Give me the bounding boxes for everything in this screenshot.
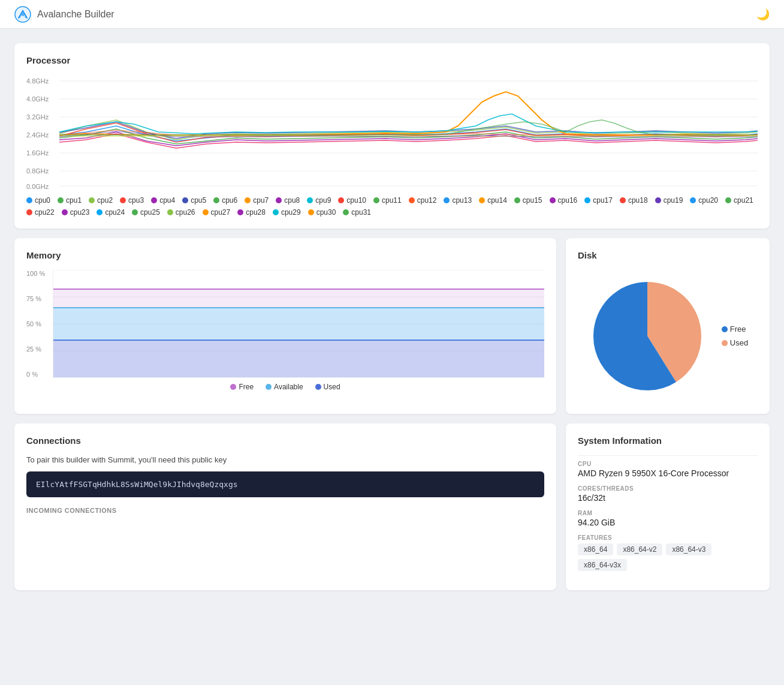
cpu8-label: cpu8 bbox=[284, 196, 300, 205]
legend-item-cpu2: cpu2 bbox=[89, 196, 113, 205]
svg-text:1.6GHz: 1.6GHz bbox=[26, 149, 49, 157]
cpu19-label: cpu19 bbox=[664, 196, 683, 205]
feature-badge-x86_64-v3: x86_64-v3 bbox=[666, 543, 711, 555]
cpu27-dot bbox=[203, 209, 209, 215]
main-content: Processor 4.8GHz 4.0GHz 3.2GHz 2.4GHz 1.… bbox=[0, 29, 784, 605]
app-title: Avalanche Builder bbox=[37, 9, 114, 20]
disk-used-dot bbox=[722, 340, 728, 346]
connections-sysinfo-row: Connections To pair this builder with Su… bbox=[14, 423, 770, 590]
cpu10-label: cpu10 bbox=[346, 196, 366, 205]
cpu3-label: cpu3 bbox=[128, 196, 144, 205]
cpu-row: CPU AMD Ryzen 9 5950X 16-Core Processor bbox=[578, 461, 758, 478]
header-left: Avalanche Builder bbox=[14, 6, 114, 23]
processor-card: Processor 4.8GHz 4.0GHz 3.2GHz 2.4GHz 1.… bbox=[14, 43, 770, 229]
cpu12-dot bbox=[409, 197, 415, 203]
features-row: FEATURES x86_64x86_64-v2x86_64-v3x86_64-… bbox=[578, 534, 758, 571]
disk-used-label: Used bbox=[730, 338, 748, 347]
memory-title: Memory bbox=[26, 250, 544, 260]
cpu1-label: cpu1 bbox=[66, 196, 82, 205]
memory-disk-row: Memory 100 % 75 % 50 % 25 % 0 % bbox=[14, 238, 770, 414]
app-logo bbox=[14, 6, 31, 23]
legend-item-cpu21: cpu21 bbox=[725, 196, 753, 205]
public-key-box: EIlcYAtfFSGTqHdhkL8SsWiMQel9kJIhdvq8eQzq… bbox=[26, 471, 544, 497]
disk-pie-chart bbox=[587, 276, 707, 396]
cpu29-label: cpu29 bbox=[281, 208, 301, 217]
cpu16-label: cpu16 bbox=[558, 196, 578, 205]
cpu0-label: cpu0 bbox=[35, 196, 50, 205]
svg-rect-23 bbox=[53, 340, 544, 378]
features-label: FEATURES bbox=[578, 534, 758, 541]
disk-legend: Free Used bbox=[722, 325, 748, 347]
legend-item-cpu1: cpu1 bbox=[58, 196, 82, 205]
cpu2-dot bbox=[89, 197, 95, 203]
cpu6-label: cpu6 bbox=[222, 196, 237, 205]
svg-text:0.8GHz: 0.8GHz bbox=[26, 167, 49, 175]
cpu4-label: cpu4 bbox=[159, 196, 175, 205]
free-dot bbox=[230, 384, 236, 390]
cpu25-label: cpu25 bbox=[140, 208, 160, 217]
cpu28-label: cpu28 bbox=[246, 208, 266, 217]
cpu25-dot bbox=[132, 209, 138, 215]
used-label: Used bbox=[324, 383, 340, 391]
disk-free-dot bbox=[722, 326, 728, 332]
legend-item-cpu23: cpu23 bbox=[62, 208, 90, 217]
cpu16-dot bbox=[550, 197, 556, 203]
cpu5-label: cpu5 bbox=[191, 196, 206, 205]
cpu26-dot bbox=[167, 209, 173, 215]
features-list: x86_64x86_64-v2x86_64-v3x86_64-v3x bbox=[578, 543, 758, 571]
processor-legend: cpu0cpu1cpu2cpu3cpu4cpu5cpu6cpu7cpu8cpu9… bbox=[26, 196, 758, 217]
svg-text:4.0GHz: 4.0GHz bbox=[26, 95, 49, 103]
disk-legend-used: Used bbox=[722, 338, 748, 347]
cores-value: 16c/32t bbox=[578, 493, 758, 503]
legend-item-cpu6: cpu6 bbox=[213, 196, 237, 205]
svg-text:2.4GHz: 2.4GHz bbox=[26, 131, 49, 139]
ram-row: RAM 94.20 GiB bbox=[578, 510, 758, 527]
cores-label: CORES/THREADS bbox=[578, 485, 758, 492]
cpu-label: CPU bbox=[578, 461, 758, 467]
cpu20-dot bbox=[690, 197, 696, 203]
cpu15-label: cpu15 bbox=[523, 196, 542, 205]
cpu26-label: cpu26 bbox=[176, 208, 195, 217]
cpu18-dot bbox=[620, 197, 626, 203]
cpu11-dot bbox=[373, 197, 379, 203]
free-label: Free bbox=[239, 383, 254, 391]
svg-point-2 bbox=[19, 16, 21, 18]
svg-point-1 bbox=[21, 13, 25, 16]
legend-item-cpu8: cpu8 bbox=[276, 196, 300, 205]
legend-item-cpu30: cpu30 bbox=[308, 208, 336, 217]
cpu1-dot bbox=[58, 197, 64, 203]
cpu23-label: cpu23 bbox=[70, 208, 90, 217]
legend-item-cpu20: cpu20 bbox=[690, 196, 718, 205]
theme-toggle[interactable]: 🌙 bbox=[756, 8, 770, 21]
svg-text:4.8GHz: 4.8GHz bbox=[26, 77, 49, 85]
system-info-card: System Information CPU AMD Ryzen 9 5950X… bbox=[566, 423, 770, 590]
legend-item-cpu26: cpu26 bbox=[167, 208, 195, 217]
connections-card: Connections To pair this builder with Su… bbox=[14, 423, 556, 590]
legend-item-cpu15: cpu15 bbox=[514, 196, 542, 205]
legend-item-cpu11: cpu11 bbox=[373, 196, 402, 205]
cpu30-dot bbox=[308, 209, 314, 215]
used-dot bbox=[315, 384, 321, 390]
cores-row: CORES/THREADS 16c/32t bbox=[578, 485, 758, 503]
cpu17-dot bbox=[584, 197, 590, 203]
cpu3-dot bbox=[120, 197, 126, 203]
cpu23-dot bbox=[62, 209, 68, 215]
cpu7-label: cpu7 bbox=[253, 196, 269, 205]
memory-chart-svg bbox=[53, 270, 544, 378]
processor-chart-svg: 4.8GHz 4.0GHz 3.2GHz 2.4GHz 1.6GHz 0.8GH… bbox=[26, 75, 758, 189]
memory-y-labels: 100 % 75 % 50 % 25 % 0 % bbox=[26, 270, 45, 378]
system-info-title: System Information bbox=[578, 435, 758, 446]
cpu14-dot bbox=[479, 197, 485, 203]
cpu19-dot bbox=[655, 197, 661, 203]
disk-content: Free Used bbox=[578, 270, 758, 402]
legend-item-cpu12: cpu12 bbox=[409, 196, 437, 205]
legend-item-cpu18: cpu18 bbox=[620, 196, 648, 205]
connections-title: Connections bbox=[26, 435, 544, 446]
svg-rect-27 bbox=[53, 289, 544, 308]
cpu2-label: cpu2 bbox=[97, 196, 113, 205]
available-label: Available bbox=[274, 383, 303, 391]
legend-item-cpu29: cpu29 bbox=[273, 208, 301, 217]
processor-title: Processor bbox=[26, 55, 758, 65]
cpu12-label: cpu12 bbox=[417, 196, 437, 205]
legend-item-cpu28: cpu28 bbox=[237, 208, 266, 217]
